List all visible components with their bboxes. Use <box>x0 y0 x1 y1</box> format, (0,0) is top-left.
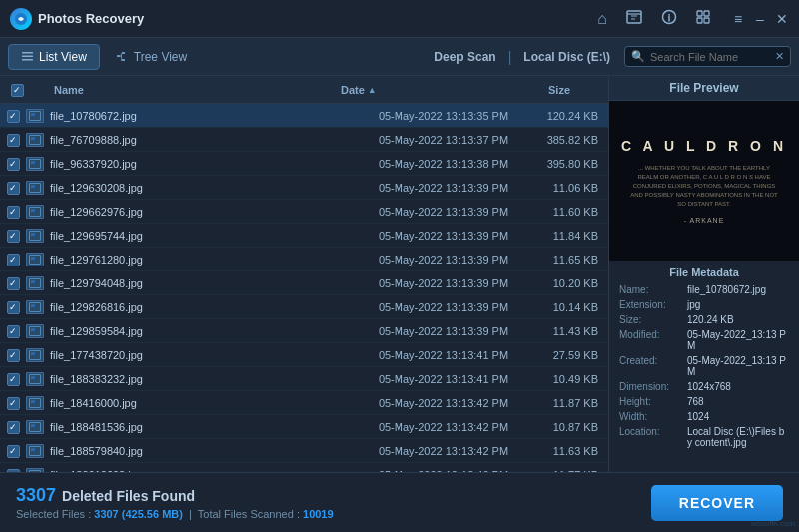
selected-files-label: Selected Files : <box>16 508 91 520</box>
row-checkbox[interactable] <box>7 301 20 314</box>
status-info: 3307 Deleted Files Found Selected Files … <box>16 485 334 520</box>
recover-icon[interactable] <box>625 8 643 30</box>
table-row[interactable]: file_129761280.jpg 05-May-2022 13:13:39 … <box>0 248 608 271</box>
file-thumb-icon <box>26 181 44 195</box>
row-checkbox[interactable] <box>7 254 20 266</box>
meta-ext-value: jpg <box>687 299 789 310</box>
meta-created-value: 05-May-2022_13:13 PM <box>687 355 789 377</box>
row-checkbox[interactable] <box>7 469 20 472</box>
tree-view-label: Tree View <box>134 50 187 64</box>
file-date: 05-May-2022 13:13:41 PM <box>359 373 528 385</box>
table-row[interactable]: file_188579840.jpg 05-May-2022 13:13:42 … <box>0 439 608 463</box>
file-name: file_129630208.jpg <box>46 182 359 194</box>
table-row[interactable]: file_188481536.jpg 05-May-2022 13:13:42 … <box>0 415 608 439</box>
file-size: 11.65 KB <box>528 254 608 266</box>
svg-rect-1 <box>627 11 641 23</box>
svg-rect-17 <box>30 159 41 168</box>
toolbar: List View Tree View Deep Scan | Local Di… <box>0 38 799 76</box>
file-date: 05-May-2022 13:13:39 PM <box>359 254 528 266</box>
sort-arrow-icon: ▲ <box>368 85 377 95</box>
svg-rect-4 <box>704 11 709 16</box>
file-name: file_188481536.jpg <box>46 421 359 433</box>
row-checkbox[interactable] <box>7 373 20 386</box>
file-size: 11.77 KB <box>528 469 608 473</box>
meta-created-row: Created: 05-May-2022_13:13 PM <box>619 355 789 377</box>
list-view-label: List View <box>39 50 87 64</box>
apps-icon[interactable] <box>695 9 711 29</box>
row-checkbox[interactable] <box>7 397 20 410</box>
file-name: file_177438720.jpg <box>46 349 359 361</box>
meta-name-value: file_10780672.jpg <box>687 284 789 295</box>
row-checkbox[interactable] <box>7 206 20 219</box>
scan-divider: | <box>508 49 512 65</box>
table-row[interactable]: file_129662976.jpg 05-May-2022 13:13:39 … <box>0 200 608 224</box>
size-column-header[interactable]: Size <box>510 84 590 96</box>
row-checkbox[interactable] <box>7 349 20 362</box>
table-row[interactable]: file_18416000.jpg 05-May-2022 13:13:42 P… <box>0 391 608 415</box>
file-date: 05-May-2022 13:13:39 PM <box>359 325 528 337</box>
meta-location-value: Local Disc (E:\)Files by content\.jpg <box>687 426 789 448</box>
file-date: 05-May-2022 13:13:42 PM <box>359 445 528 457</box>
file-thumb-icon <box>26 205 44 219</box>
table-row[interactable]: file_129794048.jpg 05-May-2022 13:13:39 … <box>0 271 608 295</box>
file-thumb-icon <box>26 444 44 458</box>
table-row[interactable]: file_10780672.jpg 05-May-2022 13:13:35 P… <box>0 104 608 128</box>
minimize-btn[interactable]: – <box>753 12 767 26</box>
search-box[interactable]: 🔍 ✕ <box>624 46 791 67</box>
table-row[interactable]: file_188612608.jpg 05-May-2022 13:13:42 … <box>0 463 608 472</box>
file-list[interactable]: file_10780672.jpg 05-May-2022 13:13:35 P… <box>0 104 608 472</box>
table-row[interactable]: file_177438720.jpg 05-May-2022 13:13:41 … <box>0 343 608 367</box>
svg-rect-28 <box>31 280 35 283</box>
home-icon[interactable]: ⌂ <box>597 10 607 28</box>
file-date: 05-May-2022 13:13:42 PM <box>359 421 528 433</box>
table-row[interactable]: file_76709888.jpg 05-May-2022 13:13:37 P… <box>0 128 608 152</box>
row-checkbox[interactable] <box>7 134 20 147</box>
recover-button[interactable]: RECOVER <box>651 485 783 521</box>
list-view-tab[interactable]: List View <box>8 44 100 70</box>
table-row[interactable]: file_129826816.jpg 05-May-2022 13:13:39 … <box>0 295 608 319</box>
table-row[interactable]: file_96337920.jpg 05-May-2022 13:13:38 P… <box>0 152 608 176</box>
row-checkbox[interactable] <box>7 445 20 458</box>
app-logo: Photos Recovery <box>10 8 144 30</box>
file-name: file_129859584.jpg <box>46 325 359 337</box>
file-size: 11.60 KB <box>528 206 608 218</box>
file-name: file_129662976.jpg <box>46 206 359 218</box>
file-thumb-icon <box>26 229 44 243</box>
row-checkbox[interactable] <box>7 158 20 171</box>
row-checkbox[interactable] <box>7 182 20 195</box>
search-input[interactable] <box>650 51 770 63</box>
close-btn[interactable]: ✕ <box>775 12 789 26</box>
search-clear-icon[interactable]: ✕ <box>775 50 784 63</box>
meta-size-value: 120.24 KB <box>687 314 789 325</box>
name-column-header[interactable]: Name <box>50 84 341 96</box>
file-list-header: Name Date ▲ Size <box>0 76 608 104</box>
table-row[interactable]: file_129695744.jpg 05-May-2022 13:13:39 … <box>0 224 608 248</box>
row-checkbox[interactable] <box>7 110 20 123</box>
svg-rect-30 <box>31 304 35 307</box>
table-row[interactable]: file_188383232.jpg 05-May-2022 13:13:41 … <box>0 367 608 391</box>
table-row[interactable]: file_129630208.jpg 05-May-2022 13:13:39 … <box>0 176 608 200</box>
file-size: 11.84 KB <box>528 230 608 242</box>
svg-rect-35 <box>30 374 41 383</box>
svg-rect-42 <box>31 448 35 451</box>
file-name: file_18416000.jpg <box>46 397 359 409</box>
tree-view-tab[interactable]: Tree View <box>104 45 199 69</box>
total-scanned-label: Total Files Scanned : <box>198 508 300 520</box>
watermark: wssofin.com <box>751 519 795 528</box>
file-thumb-icon <box>26 253 44 266</box>
local-disc-label[interactable]: Local Disc (E:\) <box>523 50 610 64</box>
deep-scan-label[interactable]: Deep Scan <box>434 50 495 64</box>
select-all-checkbox[interactable] <box>11 84 24 97</box>
info-icon[interactable] <box>661 9 677 29</box>
row-checkbox[interactable] <box>7 421 20 434</box>
meta-ext-label: Extension: <box>619 299 687 310</box>
menu-btn[interactable]: ≡ <box>731 12 745 26</box>
file-date: 05-May-2022 13:13:39 PM <box>359 230 528 242</box>
svg-rect-26 <box>31 257 35 260</box>
row-checkbox[interactable] <box>7 277 20 290</box>
table-row[interactable]: file_129859584.jpg 05-May-2022 13:13:39 … <box>0 319 608 343</box>
row-checkbox[interactable] <box>7 325 20 338</box>
row-checkbox[interactable] <box>7 230 20 243</box>
file-size: 10.87 KB <box>528 421 608 433</box>
svg-rect-18 <box>31 161 35 164</box>
